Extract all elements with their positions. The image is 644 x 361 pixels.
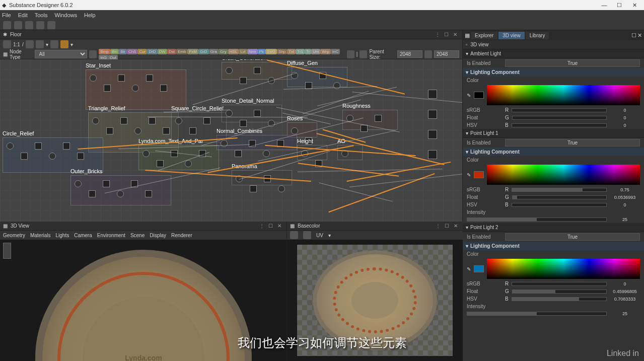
lock-icon[interactable] bbox=[424, 50, 432, 58]
zoom-label[interactable]: 1:1 bbox=[13, 42, 20, 47]
point1-intensity-slider[interactable] bbox=[467, 218, 607, 222]
graph-node[interactable] bbox=[264, 175, 271, 182]
point1-r-slider[interactable] bbox=[512, 188, 607, 192]
3dview-menu-camera[interactable]: Camera bbox=[74, 233, 92, 238]
graph-node[interactable] bbox=[106, 127, 113, 134]
ambient-r-slider[interactable] bbox=[512, 108, 607, 112]
point1-color-swatch[interactable] bbox=[474, 171, 484, 178]
point1-b-slider[interactable] bbox=[512, 203, 607, 207]
frame-lynda-com-text-and-par[interactable] bbox=[138, 145, 219, 170]
point1-lighting-section[interactable]: ▾ Lighting Component bbox=[463, 148, 644, 156]
graph-node[interactable] bbox=[118, 75, 125, 82]
panel-maximize-icon[interactable]: ☐ bbox=[445, 223, 451, 229]
3dview-menu-display[interactable]: Display bbox=[150, 233, 166, 238]
graph-node[interactable] bbox=[235, 150, 242, 157]
menu-help[interactable]: Help bbox=[84, 12, 96, 18]
graph-node[interactable] bbox=[361, 125, 368, 132]
eyedropper-icon[interactable]: ✎ bbox=[467, 266, 471, 272]
link-icon[interactable] bbox=[50, 40, 58, 48]
graph-node[interactable] bbox=[263, 150, 270, 157]
graph-node[interactable] bbox=[160, 85, 167, 92]
graph-node[interactable] bbox=[134, 127, 141, 134]
bc-tool-icon[interactable] bbox=[290, 231, 298, 239]
graph-node[interactable] bbox=[175, 117, 182, 124]
menu-windows[interactable]: Windows bbox=[54, 12, 77, 18]
output-node[interactable] bbox=[428, 110, 437, 119]
chip-dst[interactable]: Dst bbox=[167, 49, 176, 54]
graph-node[interactable] bbox=[117, 190, 124, 197]
graph-node[interactable] bbox=[236, 175, 243, 182]
3dview-menu-scene[interactable]: Scene bbox=[130, 233, 145, 238]
chip-cur[interactable]: Cur bbox=[137, 49, 147, 54]
point2-g-slider[interactable] bbox=[512, 290, 607, 294]
chip-lvl[interactable]: Lvl bbox=[239, 49, 247, 54]
chip-grd[interactable]: GrD bbox=[198, 49, 209, 54]
section-point1[interactable]: ▾ Point Light 1 bbox=[463, 129, 644, 138]
point2-intensity-slider[interactable] bbox=[467, 312, 607, 316]
point2-r-slider[interactable] bbox=[512, 282, 607, 286]
chip-gry[interactable]: Gry bbox=[219, 49, 228, 54]
filter-icon[interactable]: ▦ bbox=[3, 51, 8, 57]
graph-node[interactable] bbox=[291, 127, 298, 134]
graph-node[interactable] bbox=[92, 117, 99, 124]
chip-bld[interactable]: Bld bbox=[110, 49, 119, 54]
graph-node[interactable] bbox=[250, 185, 257, 192]
graph-node[interactable] bbox=[315, 160, 322, 167]
panel-close-icon[interactable]: ✕ bbox=[454, 223, 460, 229]
chip-fxm[interactable]: FxM bbox=[187, 49, 198, 54]
graph-node[interactable] bbox=[63, 142, 70, 150]
graph-node[interactable] bbox=[277, 140, 284, 147]
chip-hsl[interactable]: HSL bbox=[228, 49, 239, 54]
menu-tools[interactable]: Tools bbox=[35, 12, 48, 18]
graph-node[interactable] bbox=[254, 67, 261, 74]
viewport-tool-icon[interactable] bbox=[3, 243, 11, 259]
graph-node[interactable] bbox=[240, 120, 247, 127]
menu-edit[interactable]: Edit bbox=[18, 12, 28, 18]
3dview-menu-geometry[interactable]: Geometry bbox=[3, 233, 25, 238]
graph-node[interactable] bbox=[319, 72, 326, 79]
comment-icon[interactable] bbox=[347, 50, 354, 58]
paint-icon[interactable] bbox=[60, 40, 68, 48]
3dview-menu-renderer[interactable]: Renderer bbox=[171, 233, 192, 238]
graph-node[interactable] bbox=[346, 115, 353, 122]
uv-dropdown-icon[interactable]: ▾ bbox=[328, 233, 331, 238]
tab-explorer[interactable]: Explorer bbox=[471, 32, 497, 39]
align-icon[interactable] bbox=[36, 40, 44, 48]
chip-shp[interactable]: Shp bbox=[277, 49, 287, 54]
graph-node[interactable] bbox=[149, 117, 156, 124]
parent-size-h[interactable] bbox=[434, 50, 459, 58]
graph-node[interactable] bbox=[171, 150, 178, 157]
graph-node[interactable] bbox=[341, 150, 348, 157]
graph-node[interactable] bbox=[240, 77, 247, 84]
parent-size-w[interactable] bbox=[397, 50, 422, 58]
close-button[interactable]: ✕ bbox=[627, 2, 642, 9]
graph-node[interactable] bbox=[132, 85, 139, 92]
chip-tr[interactable]: Tr bbox=[305, 49, 311, 54]
chip-wrp[interactable]: Wrp bbox=[320, 49, 331, 54]
graph-node[interactable] bbox=[305, 82, 312, 89]
graph-node[interactable] bbox=[278, 185, 285, 192]
menu-file[interactable]: File bbox=[2, 12, 11, 18]
chip-gra[interactable]: Gra bbox=[209, 49, 219, 54]
undo-icon[interactable] bbox=[36, 21, 44, 29]
chip-blr[interactable]: Blr bbox=[119, 49, 127, 54]
chip-inc[interactable]: InC bbox=[331, 49, 340, 54]
point1-g-slider[interactable] bbox=[512, 195, 607, 199]
save-icon[interactable] bbox=[25, 21, 33, 29]
panel-close-icon[interactable]: ✕ bbox=[453, 32, 459, 38]
panel-menu-icon[interactable]: ⋮ bbox=[259, 223, 265, 229]
output-node[interactable] bbox=[428, 130, 437, 139]
section-point2[interactable]: ▾ Point Light 2 bbox=[463, 223, 644, 232]
panel-close-icon[interactable]: ✕ bbox=[277, 223, 283, 229]
chip-pk[interactable]: Pk bbox=[258, 49, 265, 54]
graph-node[interactable] bbox=[145, 190, 152, 197]
graph-node[interactable] bbox=[226, 67, 233, 74]
point2-color-picker[interactable] bbox=[487, 259, 640, 279]
graph-node[interactable] bbox=[103, 180, 110, 187]
graph-tab-label[interactable]: Floor bbox=[10, 32, 22, 37]
chip-svg[interactable]: SVG bbox=[265, 49, 277, 54]
nodetype-select[interactable]: All bbox=[35, 50, 87, 58]
graph-node[interactable] bbox=[142, 150, 150, 157]
point2-lighting-section[interactable]: ▾ Lighting Component bbox=[463, 242, 644, 250]
chip-tr1[interactable]: Tr1 bbox=[296, 49, 305, 54]
